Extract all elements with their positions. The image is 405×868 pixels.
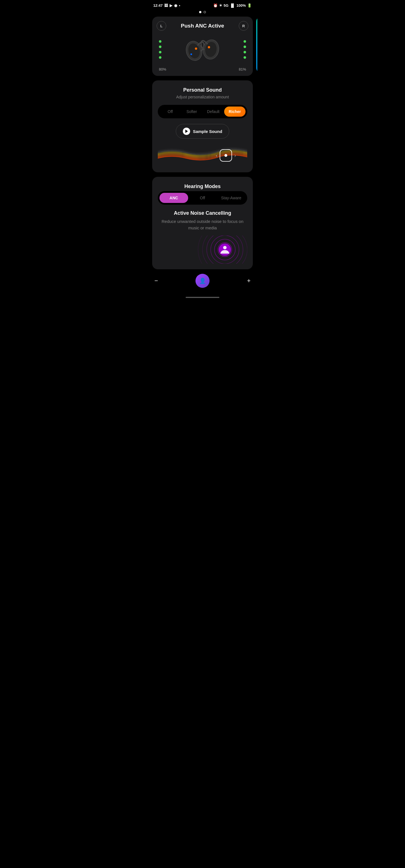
device-body bbox=[157, 34, 248, 65]
minus-button[interactable]: − bbox=[154, 277, 158, 284]
battery-label: 100% bbox=[236, 3, 246, 8]
svg-point-14 bbox=[219, 243, 231, 256]
svg-point-6 bbox=[191, 53, 192, 55]
sample-sound-label: Sample Sound bbox=[193, 129, 222, 134]
slider-box[interactable] bbox=[220, 149, 232, 162]
device-card-header: L Push ANC Active R bbox=[157, 21, 248, 31]
device-image bbox=[162, 34, 243, 65]
home-indicator bbox=[148, 294, 257, 299]
right-dot-2 bbox=[243, 45, 246, 48]
left-battery-section bbox=[159, 40, 162, 59]
svg-point-15 bbox=[223, 246, 226, 249]
personal-sound-mode-selector: Off Softer Default Richer bbox=[158, 105, 247, 118]
signal-bars-icon: ▐▌ bbox=[230, 3, 235, 8]
instagram-icon: ◉ bbox=[174, 3, 177, 8]
personal-sound-card: Personal Sound Adjust personalization am… bbox=[152, 81, 253, 172]
personal-sound-title: Personal Sound bbox=[158, 87, 247, 93]
sample-sound-button[interactable]: Sample Sound bbox=[176, 124, 229, 138]
hearing-modes-card: Hearing Modes ANC Off Stay-Aware Active … bbox=[152, 177, 253, 269]
play-triangle bbox=[185, 130, 188, 133]
anc-mode-title: Active Noise Cancelling bbox=[158, 210, 247, 216]
device-section: L Push ANC Active R bbox=[152, 17, 253, 76]
right-battery-section bbox=[243, 40, 246, 59]
avatar-button[interactable]: 👤 bbox=[196, 274, 209, 288]
hearing-stay-aware[interactable]: Stay-Aware bbox=[217, 193, 245, 203]
anc-wave-visualization bbox=[158, 236, 247, 264]
page-indicators bbox=[148, 9, 257, 17]
page-dot-1[interactable] bbox=[199, 11, 201, 13]
slider-right-arrow: › bbox=[234, 153, 236, 158]
volume-widget[interactable]: 🔊 bbox=[256, 17, 257, 73]
network-label: 5G bbox=[224, 3, 228, 8]
battery-icon: 🔋 bbox=[247, 3, 252, 8]
slider-left-arrow: ‹ bbox=[216, 153, 218, 158]
time: 12:47 bbox=[153, 3, 163, 8]
right-dot-3 bbox=[243, 51, 246, 53]
mode-softer[interactable]: Softer bbox=[181, 106, 203, 117]
plus-button[interactable]: + bbox=[247, 277, 251, 284]
right-dot-1 bbox=[243, 40, 246, 43]
anc-wave-svg bbox=[158, 236, 247, 264]
left-dot-4 bbox=[159, 56, 162, 59]
battery-percentages: 80% 81% bbox=[157, 65, 248, 71]
alarm-icon: ⏰ bbox=[213, 3, 218, 8]
left-dot-2 bbox=[159, 45, 162, 48]
device-card: L Push ANC Active R bbox=[152, 17, 253, 76]
mode-richer[interactable]: Richer bbox=[224, 106, 246, 117]
slider-inner-dot bbox=[225, 154, 227, 157]
personal-sound-subtitle: Adjust personalization amount bbox=[158, 95, 247, 99]
main-content: L Push ANC Active R bbox=[148, 17, 257, 269]
right-dot-4 bbox=[243, 56, 246, 59]
status-left: 12:47 🖼 ▶ ◉ • bbox=[153, 3, 180, 8]
left-battery-percent: 80% bbox=[159, 67, 166, 71]
earbuds-svg bbox=[181, 34, 224, 65]
right-battery-dots bbox=[243, 40, 246, 59]
hearing-off[interactable]: Off bbox=[188, 193, 217, 203]
anc-mode-description: Reduce unwanted outside noise to focus o… bbox=[158, 218, 247, 231]
status-bar: 12:47 🖼 ▶ ◉ • ⏰ ✶ 5G ▐▌ 100% 🔋 bbox=[148, 0, 257, 9]
youtube-icon: ▶ bbox=[170, 3, 172, 8]
photo-icon: 🖼 bbox=[164, 3, 168, 8]
wave-slider[interactable]: ‹ › bbox=[216, 149, 236, 162]
hearing-modes-title: Hearing Modes bbox=[158, 184, 247, 189]
home-bar bbox=[185, 297, 220, 298]
svg-point-2 bbox=[195, 48, 197, 50]
left-battery-dots bbox=[159, 40, 162, 59]
svg-point-5 bbox=[208, 46, 210, 48]
play-icon bbox=[183, 128, 190, 135]
wave-visualization: ‹ › bbox=[158, 144, 247, 167]
mode-off[interactable]: Off bbox=[160, 106, 181, 117]
left-dot-1 bbox=[159, 40, 162, 43]
hearing-mode-selector: ANC Off Stay-Aware bbox=[158, 191, 247, 205]
page-dot-2[interactable] bbox=[204, 11, 206, 13]
bluetooth-icon: ✶ bbox=[219, 3, 222, 8]
dot-indicator: • bbox=[179, 3, 180, 8]
bottom-nav: − 👤 + bbox=[148, 269, 257, 294]
mode-default[interactable]: Default bbox=[202, 106, 224, 117]
left-dot-3 bbox=[159, 51, 162, 53]
device-title: Push ANC Active bbox=[181, 23, 224, 29]
status-right: ⏰ ✶ 5G ▐▌ 100% 🔋 bbox=[213, 3, 252, 8]
left-earbud-badge: L bbox=[157, 21, 166, 31]
right-battery-percent: 81% bbox=[239, 67, 246, 71]
right-earbud-badge: R bbox=[239, 21, 248, 31]
hearing-anc[interactable]: ANC bbox=[160, 193, 188, 203]
avatar-icon: 👤 bbox=[199, 277, 206, 284]
